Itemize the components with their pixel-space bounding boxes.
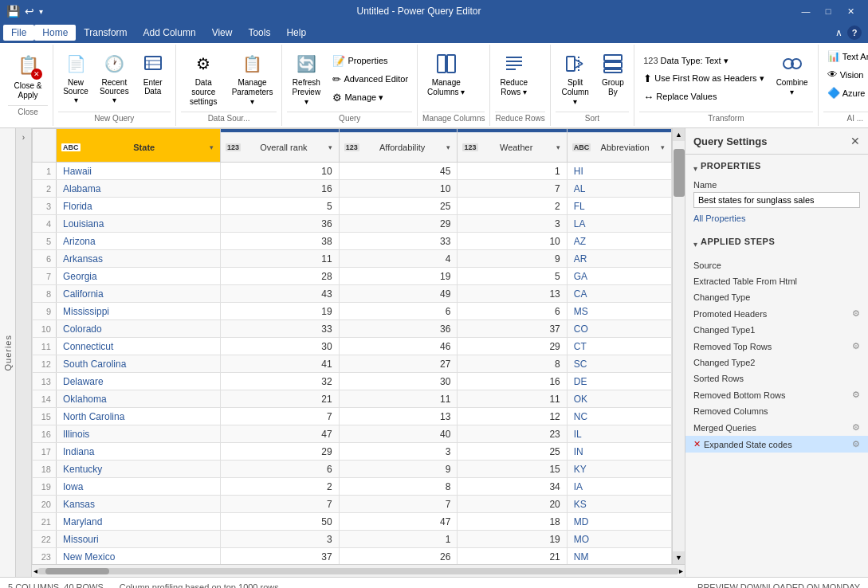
- save-icon[interactable]: 💾: [6, 5, 20, 18]
- horizontal-scrollbar[interactable]: ◂ ▸: [32, 564, 685, 577]
- applied-step-item[interactable]: ✕ Expanded State codes ⚙: [685, 436, 868, 453]
- table-row[interactable]: 19 Iowa 2 8 34 IA: [33, 478, 672, 496]
- menu-tab-help[interactable]: Help: [278, 25, 314, 41]
- applied-step-item[interactable]: Changed Type: [685, 289, 868, 305]
- state-filter-icon[interactable]: ▾: [208, 142, 215, 153]
- step-gear-icon[interactable]: ⚙: [852, 341, 860, 351]
- scroll-thumb[interactable]: [674, 149, 685, 197]
- col-header-rank[interactable]: 123 Overall rank ▾: [220, 129, 339, 163]
- table-row[interactable]: 20 Kansas 7 7 20 KS: [33, 496, 672, 513]
- ribbon-expand-icon[interactable]: ∧: [835, 27, 842, 38]
- table-row[interactable]: 9 Mississippi 19 6 6 MS: [33, 303, 672, 320]
- table-row[interactable]: 22 Missouri 3 1 19 MO: [33, 531, 672, 548]
- reduce-rows-button[interactable]: ReduceRows ▾: [495, 48, 532, 110]
- table-row[interactable]: 14 Oklahoma 21 11 11 OK: [33, 390, 672, 408]
- applied-step-item[interactable]: Changed Type2: [685, 355, 868, 370]
- applied-step-item[interactable]: Extracted Table From Html: [685, 273, 868, 289]
- data-type-button[interactable]: 123 Data Type: Text ▾: [639, 53, 768, 69]
- table-row[interactable]: 8 California 43 49 13 CA: [33, 285, 672, 303]
- manage-columns-button[interactable]: ManageColumns ▾: [422, 48, 469, 110]
- applied-step-item[interactable]: Sorted Rows: [685, 370, 868, 386]
- table-row[interactable]: 18 Kentucky 6 9 15 KY: [33, 461, 672, 478]
- vision-button[interactable]: 👁 Vision: [823, 66, 868, 83]
- table-row[interactable]: 21 Maryland 50 47 18 MD: [33, 513, 672, 531]
- query-settings-close-button[interactable]: ✕: [850, 135, 860, 147]
- applied-step-item[interactable]: Changed Type1: [685, 322, 868, 338]
- abbr-filter-icon[interactable]: ▾: [659, 142, 666, 153]
- table-row[interactable]: 3 Florida 5 25 2 FL: [33, 198, 672, 215]
- table-row[interactable]: 12 South Carolina 41 27 8 SC: [33, 355, 672, 373]
- table-row[interactable]: 7 Georgia 28 19 5 GA: [33, 268, 672, 285]
- all-properties-link[interactable]: All Properties: [693, 214, 745, 223]
- h-scroll-thumb[interactable]: [45, 568, 109, 574]
- step-gear-icon[interactable]: ⚙: [852, 422, 860, 433]
- col-header-abbr[interactable]: ABC Abbreviation ▾: [567, 129, 671, 163]
- data-source-settings-button[interactable]: ⚙ Data sourcesettings: [181, 48, 226, 110]
- scroll-up-button[interactable]: ▲: [673, 128, 685, 141]
- rank-filter-icon[interactable]: ▾: [327, 142, 334, 153]
- menu-tab-view[interactable]: View: [204, 25, 241, 41]
- menu-tab-add-column[interactable]: Add Column: [136, 25, 204, 41]
- query-name-input[interactable]: [693, 192, 860, 208]
- table-row[interactable]: 2 Alabama 16 10 7 AL: [33, 180, 672, 198]
- table-row[interactable]: 15 North Carolina 7 13 12 NC: [33, 408, 672, 425]
- manage-button[interactable]: ⚙ Manage ▾: [328, 89, 412, 106]
- menu-tab-home[interactable]: Home: [34, 25, 76, 41]
- table-row[interactable]: 13 Delaware 32 30 16 DE: [33, 373, 672, 390]
- table-row[interactable]: 4 Louisiana 36 29 3 LA: [33, 215, 672, 233]
- expand-queries-button[interactable]: ›: [16, 128, 32, 577]
- help-button[interactable]: ?: [847, 25, 862, 40]
- weather-filter-icon[interactable]: ▾: [555, 142, 562, 153]
- properties-button[interactable]: 📝 Properties: [328, 53, 412, 69]
- manage-parameters-button[interactable]: 📋 ManageParameters ▾: [228, 48, 277, 110]
- applied-step-item[interactable]: Removed Columns: [685, 403, 868, 419]
- table-row[interactable]: 11 Connecticut 30 46 29 CT: [33, 338, 672, 355]
- table-row[interactable]: 17 Indiana 29 3 25 IN: [33, 443, 672, 461]
- close-button[interactable]: ✕: [839, 0, 862, 22]
- table-row[interactable]: 10 Colorado 33 36 37 CO: [33, 320, 672, 338]
- applied-step-item[interactable]: Merged Queries ⚙: [685, 419, 868, 436]
- vertical-scrollbar[interactable]: ▲ ▼: [672, 128, 685, 564]
- minimize-button[interactable]: —: [795, 0, 817, 22]
- step-gear-icon[interactable]: ⚙: [852, 308, 860, 319]
- applied-step-item[interactable]: Removed Top Rows ⚙: [685, 338, 868, 355]
- combine-button[interactable]: Combine ▾: [772, 48, 813, 100]
- close-apply-button[interactable]: 📋 ✕ Close &Apply: [8, 48, 48, 104]
- h-scroll-track[interactable]: [37, 568, 679, 574]
- step-gear-icon[interactable]: ⚙: [852, 439, 860, 449]
- text-analytics-button[interactable]: 📊 Text Ana...: [823, 48, 868, 65]
- maximize-button[interactable]: □: [817, 0, 839, 22]
- dropdown-icon[interactable]: ▾: [39, 7, 43, 16]
- undo-icon[interactable]: ↩: [25, 5, 34, 18]
- col-header-state[interactable]: ABC State ▾: [57, 129, 221, 163]
- applied-step-item[interactable]: Promoted Headers ⚙: [685, 305, 868, 322]
- data-grid[interactable]: ABC State ▾ 123: [32, 128, 685, 564]
- replace-values-button[interactable]: ↔ Replace Values: [639, 88, 768, 105]
- use-first-row-button[interactable]: ⬆ Use First Row as Headers ▾: [639, 70, 768, 87]
- table-row[interactable]: 6 Arkansas 11 4 9 AR: [33, 250, 672, 268]
- table-row[interactable]: 16 Illinois 47 40 23 IL: [33, 425, 672, 443]
- scroll-right-button[interactable]: ▸: [679, 566, 683, 575]
- new-source-button[interactable]: 📄 NewSource ▾: [58, 48, 93, 108]
- col-header-afford[interactable]: 123 Affordability ▾: [339, 129, 458, 163]
- enter-data-button[interactable]: EnterData: [136, 48, 171, 99]
- refresh-preview-button[interactable]: 🔄 RefreshPreview ▾: [287, 48, 325, 110]
- scroll-down-button[interactable]: ▼: [673, 551, 685, 564]
- applied-step-item[interactable]: Removed Bottom Rows ⚙: [685, 386, 868, 403]
- advanced-editor-button[interactable]: ✏ Advanced Editor: [328, 71, 412, 88]
- menu-tab-file[interactable]: File: [3, 25, 34, 41]
- col-header-weather[interactable]: 123 Weather ▾: [458, 129, 567, 163]
- table-row[interactable]: 1 Hawaii 10 45 1 HI: [33, 163, 672, 180]
- group-by-button[interactable]: GroupBy: [597, 48, 630, 110]
- split-column-button[interactable]: SplitColumn ▾: [556, 48, 595, 110]
- cell-weather: 34: [458, 478, 567, 496]
- menu-tab-transform[interactable]: Transform: [76, 25, 135, 41]
- recent-sources-button[interactable]: 🕐 RecentSources ▾: [95, 48, 134, 108]
- table-row[interactable]: 23 New Mexico 37 26 21 NM: [33, 548, 672, 565]
- azure-ml-button[interactable]: 🔷 Azure M...: [823, 84, 868, 101]
- afford-filter-icon[interactable]: ▾: [445, 142, 452, 153]
- applied-step-item[interactable]: Source: [685, 257, 868, 273]
- table-row[interactable]: 5 Arizona 38 33 10 AZ: [33, 233, 672, 250]
- menu-tab-tools[interactable]: Tools: [240, 25, 278, 41]
- step-gear-icon[interactable]: ⚙: [852, 390, 860, 400]
